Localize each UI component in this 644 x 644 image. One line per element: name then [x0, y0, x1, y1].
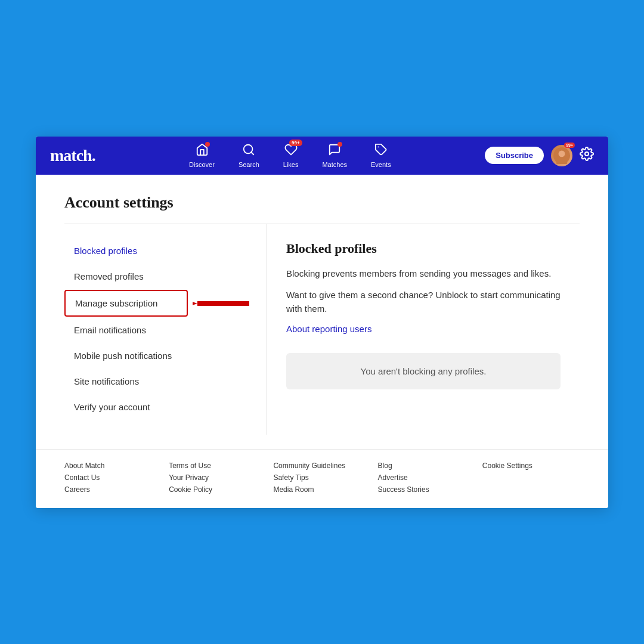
svg-point-6: [585, 152, 589, 156]
sidebar-item-verify-your-account[interactable]: Verify your account: [64, 395, 252, 419]
footer-col-4: Blog Advertise Success Stories: [378, 462, 475, 494]
panel-desc1: Blocking prevents members from sending y…: [286, 267, 561, 281]
footer-link-blog[interactable]: Blog: [378, 462, 475, 470]
footer-link-about-match[interactable]: About Match: [64, 462, 162, 470]
footer-link-your-privacy[interactable]: Your Privacy: [169, 473, 266, 482]
sidebar-item-blocked-profiles[interactable]: Blocked profiles: [64, 239, 252, 263]
page-title: Account settings: [64, 194, 580, 212]
sidebar: Blocked profiles Removed profiles Manage…: [64, 224, 267, 435]
logo: match.: [50, 146, 95, 165]
matches-label: Matches: [322, 161, 347, 168]
empty-state: You aren't blocking any profiles.: [286, 353, 561, 389]
content-layout: Blocked profiles Removed profiles Manage…: [64, 224, 580, 435]
search-label: Search: [239, 161, 259, 168]
footer-link-cookie-policy[interactable]: Cookie Policy: [169, 485, 266, 494]
right-panel: Blocked profiles Blocking prevents membe…: [267, 224, 580, 435]
likes-icon: 99+: [284, 143, 298, 159]
footer-link-media-room[interactable]: Media Room: [273, 485, 370, 494]
sidebar-item-manage-subscription[interactable]: Manage subscription: [64, 290, 188, 317]
footer-col-3: Community Guidelines Safety Tips Media R…: [273, 462, 370, 494]
footer-link-success-stories[interactable]: Success Stories: [378, 485, 475, 494]
footer-link-terms[interactable]: Terms of Use: [169, 462, 266, 470]
settings-icon[interactable]: [580, 147, 594, 165]
avatar-container[interactable]: 99+: [551, 145, 572, 166]
footer-link-contact-us[interactable]: Contact Us: [64, 473, 162, 482]
footer-col-2: Terms of Use Your Privacy Cookie Policy: [169, 462, 266, 494]
footer: About Match Contact Us Careers Terms of …: [36, 449, 608, 508]
nav-right: Subscribe 99+: [485, 145, 594, 166]
nav-item-events[interactable]: Events: [361, 138, 401, 173]
svg-line-1: [252, 152, 254, 154]
footer-col-5: Cookie Settings: [482, 462, 580, 494]
svg-point-4: [559, 150, 565, 157]
panel-title: Blocked profiles: [286, 241, 561, 256]
discover-badge: [205, 142, 210, 147]
avatar-badge: 99+: [564, 143, 575, 148]
footer-link-safety-tips[interactable]: Safety Tips: [273, 473, 370, 482]
sidebar-item-site-notifications[interactable]: Site notifications: [64, 369, 252, 394]
screen-container: match. Discover: [36, 137, 608, 508]
subscribe-button[interactable]: Subscribe: [485, 147, 544, 164]
sidebar-item-removed-profiles[interactable]: Removed profiles: [64, 264, 252, 289]
footer-link-cookie-settings[interactable]: Cookie Settings: [482, 462, 580, 470]
events-label: Events: [371, 161, 391, 168]
sidebar-item-email-notifications[interactable]: Email notifications: [64, 318, 252, 342]
likes-label: Likes: [283, 161, 299, 168]
arrow-icon: [193, 293, 252, 314]
footer-col-1: About Match Contact Us Careers: [64, 462, 162, 494]
search-icon: [242, 143, 255, 159]
discover-label: Discover: [189, 161, 215, 168]
sidebar-item-mobile-push-notifications[interactable]: Mobile push notifications: [64, 343, 252, 368]
avatar: [551, 145, 572, 166]
about-reporting-link[interactable]: About reporting users: [286, 324, 371, 334]
main-content: Account settings Blocked profiles Remove…: [36, 175, 608, 449]
events-icon: [374, 143, 388, 159]
likes-badge: 99+: [289, 140, 302, 146]
matches-icon: [328, 143, 341, 159]
discover-icon: [196, 143, 209, 159]
nav-item-search[interactable]: Search: [229, 138, 269, 173]
panel-desc2: Want to give them a second chance? Unblo…: [286, 289, 561, 315]
nav-item-likes[interactable]: 99+ Likes: [274, 138, 308, 173]
footer-link-advertise[interactable]: Advertise: [378, 473, 475, 482]
nav-item-matches[interactable]: Matches: [312, 138, 357, 173]
footer-link-community-guidelines[interactable]: Community Guidelines: [273, 462, 370, 470]
nav-item-discover[interactable]: Discover: [179, 138, 224, 173]
nav-items: Discover Search 99+: [95, 138, 485, 173]
footer-link-careers[interactable]: Careers: [64, 485, 162, 494]
navbar: match. Discover: [36, 137, 608, 175]
matches-badge: [338, 142, 342, 147]
